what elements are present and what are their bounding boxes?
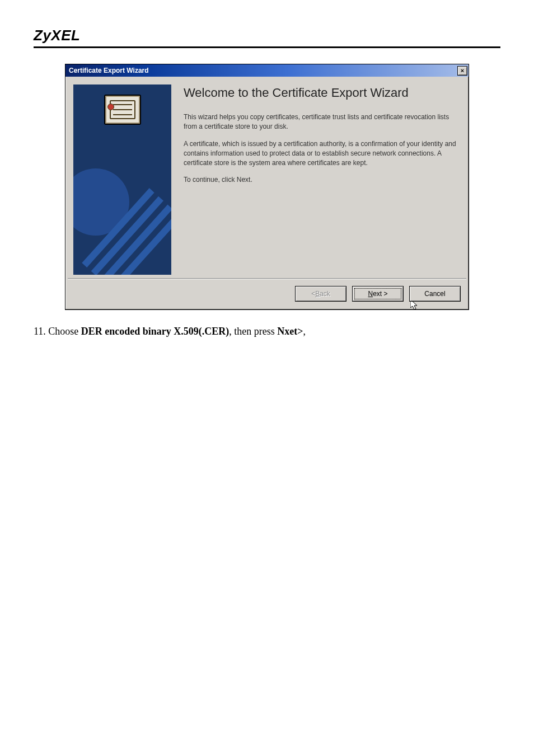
wizard-paragraph-3: To continue, click Next.: [184, 175, 457, 185]
certificate-export-wizard-window: Certificate Export Wizard × Welcome to t…: [65, 64, 469, 310]
instruction-bold-1: DER encoded binary X.509(.CER): [81, 326, 229, 337]
instruction-step-11: 11. Choose DER encoded binary X.509(.CER…: [34, 326, 500, 337]
wizard-heading: Welcome to the Certificate Export Wizard: [184, 86, 457, 100]
back-button-rest: ack: [320, 290, 330, 298]
instruction-tail: ,: [303, 326, 306, 337]
cancel-button-label: Cancel: [424, 290, 445, 298]
button-row: < Back Next > Cancel: [65, 279, 469, 309]
close-icon: ×: [461, 68, 464, 74]
brand-logo: ZyXEL: [34, 27, 500, 46]
window-body: Welcome to the Certificate Export Wizard…: [65, 77, 469, 278]
wizard-paragraph-1: This wizard helps you copy certificates,…: [184, 112, 457, 132]
next-button[interactable]: Next >: [352, 286, 404, 302]
certificate-icon: [104, 95, 141, 125]
instruction-number: 11.: [34, 326, 48, 337]
titlebar: Certificate Export Wizard ×: [65, 64, 469, 77]
back-button-mnemonic: B: [315, 290, 320, 298]
window-title: Certificate Export Wizard: [69, 67, 149, 74]
instruction-lead: Choose: [48, 326, 81, 337]
wizard-paragraph-2: A certificate, which is issued by a cert…: [184, 139, 457, 167]
instruction-bold-2: Nxet>: [277, 326, 303, 337]
instruction-mid: , then press: [229, 326, 277, 337]
back-button: < Back: [295, 286, 346, 302]
next-button-rest: ext >: [373, 290, 387, 298]
next-button-mnemonic: N: [368, 290, 373, 298]
back-button-prefix: <: [311, 290, 315, 298]
brand-rule: [34, 46, 500, 48]
wizard-sidebar-graphic: [73, 84, 171, 275]
cancel-button[interactable]: Cancel: [409, 286, 461, 302]
close-button[interactable]: ×: [457, 66, 467, 76]
wizard-text-area: Welcome to the Certificate Export Wizard…: [171, 84, 461, 275]
